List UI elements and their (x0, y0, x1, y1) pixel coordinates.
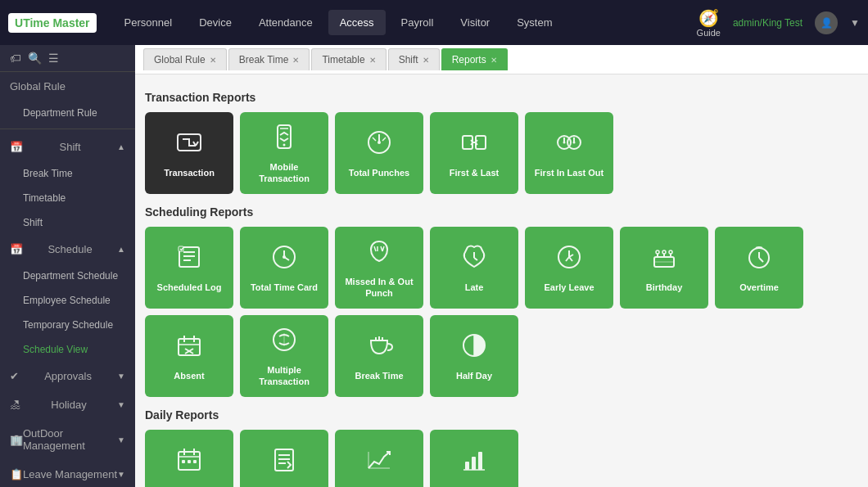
card-daily-status[interactable]: Daily Status (430, 430, 518, 487)
card-absent[interactable]: Absent (145, 315, 233, 397)
transaction-label: Transaction (164, 168, 215, 178)
close-shift-icon[interactable]: ✕ (423, 56, 429, 65)
sidebar-item-timetable[interactable]: Timetable (0, 186, 135, 210)
search-icon[interactable]: 🔍 (28, 52, 42, 65)
user-avatar[interactable]: 👤 (815, 11, 838, 34)
close-break-time-icon[interactable]: ✕ (292, 56, 299, 65)
tabs-bar: Global Rule ✕ Break Time ✕ Timetable ✕ S… (135, 45, 868, 74)
nav-attendance[interactable]: Attendance (247, 10, 324, 35)
multiple-transaction-icon (269, 325, 299, 360)
card-first-last[interactable]: First & Last (430, 112, 518, 194)
sidebar-item-global-rule[interactable]: Global Rule (0, 72, 135, 101)
card-transaction[interactable]: Transaction (145, 112, 233, 194)
leave-icon: 📋 (10, 468, 23, 480)
tab-shift[interactable]: Shift ✕ (388, 48, 440, 70)
svg-line-9 (373, 138, 376, 141)
card-daily-details[interactable]: Daily Details (240, 430, 328, 487)
sidebar-item-holiday[interactable]: 🏖 Holiday ▼ (0, 390, 135, 419)
sidebar-item-shift[interactable]: 📅 Shift ▲ (0, 133, 135, 161)
birthday-icon (649, 242, 679, 277)
sidebar-item-schedule-view[interactable]: Schedule View (0, 337, 135, 362)
early-leave-icon (554, 242, 584, 277)
total-punches-icon (364, 128, 394, 163)
user-info: admin/King Test (733, 17, 802, 29)
nav-personnel[interactable]: Personnel (113, 10, 184, 35)
guide-button[interactable]: 🧭 Guide (697, 8, 721, 38)
card-missed-in-out[interactable]: Missed In & Out Punch (335, 227, 423, 309)
close-reports-icon[interactable]: ✕ (491, 56, 497, 65)
sidebar-item-schedule[interactable]: 📅 Schedule ▲ (0, 235, 135, 264)
transaction-report-grid: Transaction Mobile Transa (145, 112, 858, 194)
scheduled-log-icon (174, 242, 204, 277)
chevron-schedule-icon: ▲ (117, 245, 125, 254)
card-birthday[interactable]: Birthday (620, 227, 708, 309)
divider (0, 129, 135, 129)
card-daily-summary[interactable]: Daily Summary (335, 430, 423, 487)
card-overtime[interactable]: Overtime (715, 227, 803, 309)
svg-rect-76 (465, 462, 469, 470)
sidebar-item-department-rule[interactable]: Department Rule (0, 101, 135, 125)
sidebar-item-break-time[interactable]: Break Time (0, 161, 135, 186)
early-leave-label: Early Leave (544, 282, 594, 293)
sidebar-item-approvals[interactable]: ✔ Approvals ▼ (0, 362, 135, 390)
close-timetable-icon[interactable]: ✕ (369, 56, 376, 65)
card-early-leave[interactable]: Early Leave (525, 227, 613, 309)
menu-icon[interactable]: ☰ (48, 52, 59, 65)
absent-label: Absent (174, 371, 204, 381)
card-total-time-card[interactable]: Total Time Card (240, 227, 328, 309)
close-global-rule-icon[interactable]: ✕ (210, 56, 216, 65)
overtime-label: Overtime (739, 282, 779, 293)
multiple-transaction-label: Multiple Transaction (246, 365, 322, 386)
svg-rect-49 (179, 339, 200, 355)
daily-reports-title: Daily Reports (145, 408, 858, 422)
app-logo[interactable]: UTime Master (8, 13, 97, 33)
card-mobile-transaction[interactable]: Mobile Transaction (240, 112, 328, 194)
late-label: Late (465, 282, 484, 293)
global-rule-label: Global Rule (10, 80, 66, 92)
break-time-icon (364, 331, 394, 366)
holiday-icon: 🏖 (10, 399, 20, 411)
card-half-day[interactable]: Half Day (430, 315, 518, 397)
svg-point-44 (669, 250, 672, 254)
tab-timetable[interactable]: Timetable ✕ (311, 48, 386, 70)
chevron-icon: ▲ (117, 142, 125, 151)
logo-rest: Time Master (23, 16, 89, 29)
card-daily-attendance[interactable]: Daily Attendance (145, 430, 233, 487)
nav-device[interactable]: Device (188, 10, 243, 35)
guide-label: Guide (697, 28, 721, 38)
approvals-icon: ✔ (10, 370, 19, 382)
card-first-in-last-out[interactable]: First In Last Out (525, 112, 613, 194)
svg-line-10 (382, 138, 386, 141)
nav-system[interactable]: System (505, 10, 563, 35)
card-multiple-transaction[interactable]: Multiple Transaction (240, 315, 328, 397)
card-scheduled-log[interactable]: Scheduled Log (145, 227, 233, 309)
svg-line-32 (382, 246, 384, 251)
sidebar-item-outdoor[interactable]: 🏢 OutDoor Management ▼ (0, 419, 135, 460)
sidebar-item-leave[interactable]: 📋 Leave Management ▼ (0, 460, 135, 487)
svg-rect-77 (472, 457, 476, 470)
svg-line-48 (759, 258, 763, 262)
sidebar-item-temporary-schedule[interactable]: Temporary Schedule (0, 313, 135, 337)
transaction-icon (174, 128, 204, 163)
nav-access[interactable]: Access (328, 10, 386, 35)
nav-items: Personnel Device Attendance Access Payro… (113, 10, 697, 35)
card-total-punches[interactable]: Total Punches (335, 112, 423, 194)
svg-point-19 (573, 141, 576, 143)
missed-in-out-label: Missed In & Out Punch (341, 277, 417, 298)
tab-global-rule[interactable]: Global Rule ✕ (143, 48, 227, 70)
nav-visitor[interactable]: Visitor (449, 10, 501, 35)
card-break-time[interactable]: Break Time (335, 315, 423, 397)
tab-reports[interactable]: Reports ✕ (441, 48, 508, 70)
first-in-last-out-label: First In Last Out (535, 168, 604, 178)
svg-line-2 (196, 142, 198, 146)
nav-payroll[interactable]: Payroll (390, 10, 445, 35)
sidebar-item-shift[interactable]: Shift (0, 210, 135, 235)
sidebar-item-department-schedule[interactable]: Department Schedule (0, 264, 135, 288)
tag-icon[interactable]: 🏷 (10, 52, 21, 65)
daily-report-grid: Daily Attendance Daily De (145, 430, 858, 487)
daily-attendance-icon (174, 445, 204, 480)
chevron-down-icon[interactable]: ▼ (850, 17, 860, 29)
tab-break-time[interactable]: Break Time ✕ (228, 48, 310, 70)
sidebar-item-employee-schedule[interactable]: Employee Schedule (0, 288, 135, 313)
card-late[interactable]: Late (430, 227, 518, 309)
